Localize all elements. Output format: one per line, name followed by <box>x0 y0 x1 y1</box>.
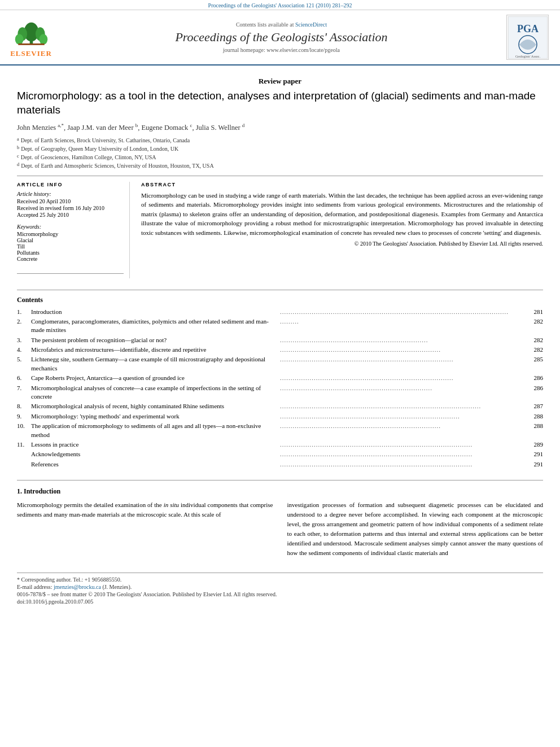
article-info-col: ARTICLE INFO Article history: Received 2… <box>17 182 130 278</box>
abstract-text: Micromorphology can be used in studying … <box>141 191 543 238</box>
toc-item-2: 2. Conglomerates, paraconglomerates, dia… <box>17 317 543 335</box>
journal-citation-bar: Proceedings of the Geologists' Associati… <box>0 0 560 10</box>
accepted-date: Accepted 25 July 2010 <box>17 212 124 218</box>
sciencedirect-link[interactable]: ScienceDirect <box>295 21 327 28</box>
article-title: Micromorphology: as a tool in the detect… <box>17 89 543 117</box>
affiliation-c: c Dept. of Geosciences, Hamilton College… <box>17 153 543 161</box>
keyword-micromorphology: Micromorphology <box>17 231 124 237</box>
toc-item-8: 8. Micromorphological analysis of recent… <box>17 402 543 410</box>
affiliation-a: a Dept. of Earth Sciences, Brock Univers… <box>17 136 543 145</box>
journal-citation-text: Proceedings of the Geologists' Associati… <box>208 2 352 8</box>
journal-header: ELSEVIER Contents lists available at Sci… <box>0 10 560 65</box>
affiliation-b: b Dept. of Geography, Queen Mary Univers… <box>17 145 543 153</box>
svg-text:PGA: PGA <box>517 23 539 34</box>
received-date: Received 20 April 2010 <box>17 198 124 204</box>
keyword-concrete: Concrete <box>17 256 124 262</box>
toc-item-1: 1. Introduction ........................… <box>17 308 543 316</box>
footnote-doi: doi:10.1016/j.pgeola.2010.07.005 <box>17 599 543 605</box>
toc-item-7: 7. Micromorphological analyses of concre… <box>17 384 543 401</box>
keywords-label: Keywords: <box>17 224 124 230</box>
keyword-till: Till <box>17 243 124 250</box>
intro-left-col: Micromorphology permits the detailed exa… <box>17 500 273 561</box>
article-info-title: ARTICLE INFO <box>17 182 124 187</box>
contents-section: Contents 1. Introduction ...............… <box>17 290 543 469</box>
contents-available-line: Contents lists available at ScienceDirec… <box>62 21 501 28</box>
toc-item-5: 5. Lichtenegg site, southern Germany—a c… <box>17 355 543 373</box>
elsevier-tree-icon <box>13 17 50 48</box>
contents-title: Contents <box>17 296 543 304</box>
received-revised-date: Received in revised form 16 July 2010 <box>17 205 124 211</box>
intro-left-para: Micromorphology permits the detailed exa… <box>17 500 273 519</box>
pga-logo: PGA Geologists' Assoc. <box>506 15 549 60</box>
article-info-abstract-section: ARTICLE INFO Article history: Received 2… <box>17 182 543 278</box>
header-divider <box>17 176 543 176</box>
elsevier-text: ELSEVIER <box>10 49 52 58</box>
toc-item-references: References .............................… <box>17 460 543 469</box>
journal-title: Proceedings of the Geologists' Associati… <box>62 30 501 45</box>
authors-line: John Menzies a,*, Jaap J.M. van der Meer… <box>17 123 543 132</box>
svg-point-5 <box>39 34 47 45</box>
intro-right-col: investigation processes of formation and… <box>287 500 544 561</box>
copyright-line: © 2010 The Geologists' Association. Publ… <box>141 241 543 247</box>
paper-type-label: Review paper <box>17 77 543 86</box>
introduction-heading: 1. Introduction <box>17 487 543 496</box>
journal-center-info: Contents lists available at ScienceDirec… <box>56 21 506 53</box>
footnote-email: E-mail address: jmenzies@brocku.ca (J. M… <box>17 584 543 590</box>
intro-right-para: investigation processes of formation and… <box>287 500 544 558</box>
footer-area: * Corresponding author. Tel.: +1 9056885… <box>17 573 543 605</box>
article-info-bottom-divider <box>17 273 124 274</box>
journal-url: journal homepage: www.elsevier.com/locat… <box>62 47 501 53</box>
toc-item-10: 10. The application of micromorphology t… <box>17 422 543 439</box>
keyword-pollutants: Pollutants <box>17 250 124 256</box>
elsevier-logo: ELSEVIER <box>6 17 56 58</box>
toc-item-9: 9. Micromorphology: 'typing methods' and… <box>17 412 543 421</box>
svg-point-4 <box>15 34 23 45</box>
keywords-section: Keywords: Micromorphology Glacial Till P… <box>17 224 124 262</box>
toc-item-acknowledgements: Acknowledgements .......................… <box>17 450 543 458</box>
history-label: Article history: <box>17 191 124 197</box>
svg-rect-6 <box>18 43 44 45</box>
toc-item-4: 4. Microfabrics and microstructures—iden… <box>17 346 543 354</box>
introduction-section: 1. Introduction Micromorphology permits … <box>17 480 543 561</box>
email-link[interactable]: jmenzies@brocku.ca <box>54 584 101 590</box>
svg-text:Geologists' Assoc.: Geologists' Assoc. <box>515 55 540 58</box>
toc-item-6: 6. Cape Roberts Project, Antarctica—a qu… <box>17 374 543 382</box>
pga-logo-icon: PGA Geologists' Assoc. <box>508 16 548 59</box>
toc-item-3: 3. The persistent problem of recognition… <box>17 336 543 344</box>
affiliation-d: d Dept. of Earth and Atmospheric Science… <box>17 161 543 170</box>
introduction-text-columns: Micromorphology permits the detailed exa… <box>17 500 543 561</box>
affiliations-block: a Dept. of Earth Sciences, Brock Univers… <box>17 136 543 170</box>
abstract-col: ABSTRACT Micromorphology can be used in … <box>141 182 543 278</box>
abstract-title: ABSTRACT <box>141 182 543 187</box>
main-content: Review paper Micromorphology: as a tool … <box>0 65 560 617</box>
toc-item-11: 11. Lessons in practice ................… <box>17 440 543 449</box>
footnote-corresponding: * Corresponding author. Tel.: +1 9056885… <box>17 576 543 583</box>
keyword-glacial: Glacial <box>17 237 124 243</box>
footnote-license: 0016-7878/$ – see front matter © 2010 Th… <box>17 591 543 597</box>
